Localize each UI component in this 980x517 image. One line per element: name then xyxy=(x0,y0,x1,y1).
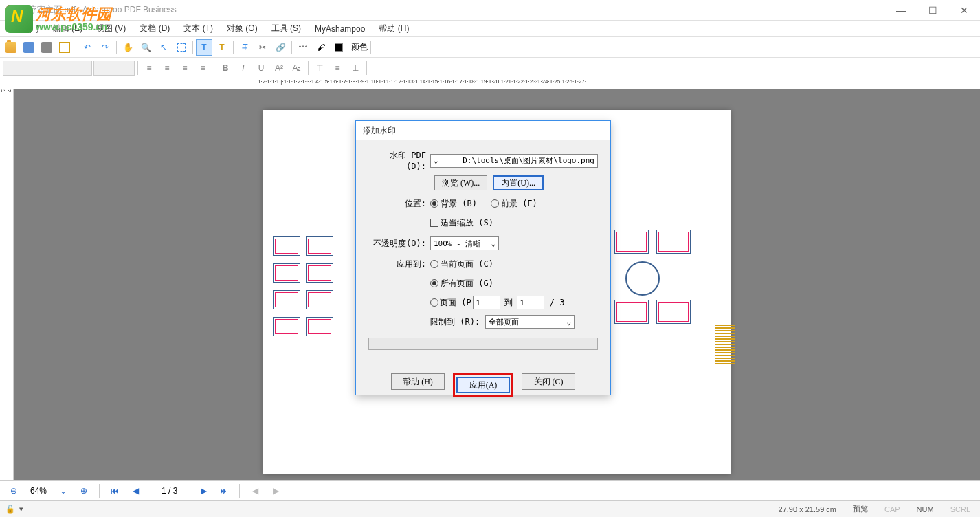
maximize-button[interactable]: ☐ xyxy=(917,0,948,21)
menu-view[interactable]: 视图 (V) xyxy=(92,21,130,36)
valign-middle-icon: ≡ xyxy=(335,63,339,73)
valign-bottom-icon: ⊥ xyxy=(352,63,359,73)
hand-tool-button[interactable]: ✋ xyxy=(120,39,136,56)
close-button[interactable]: ✕ xyxy=(948,0,980,21)
align-left-icon: ≡ xyxy=(146,63,151,73)
first-icon: ⏮ xyxy=(111,486,119,496)
undo-button[interactable]: ↶ xyxy=(79,39,96,56)
textbox-tool-button[interactable]: T xyxy=(214,39,230,56)
apply-button[interactable]: 应用(A) xyxy=(456,377,510,393)
menu-myashampoo[interactable]: MyAshampoo xyxy=(311,23,369,35)
zoom-in-button[interactable]: ⊕ xyxy=(76,483,92,499)
separator xyxy=(291,41,292,54)
crop-button[interactable]: ✂ xyxy=(254,39,271,56)
last-page-button[interactable]: ⏭ xyxy=(216,483,232,499)
menu-text[interactable]: 文本 (T) xyxy=(179,21,217,36)
close-dialog-button[interactable]: 关闭 (C) xyxy=(522,373,575,390)
page-total-label: / 3 xyxy=(550,298,565,307)
navigation-bar: ⊖ 64% ⌄ ⊕ ⏮ ◀ 1 / 3 ▶ ⏭ ◀ ▶ xyxy=(0,480,980,500)
brush-button[interactable]: 🖌 xyxy=(313,39,329,56)
next-page-button[interactable]: ▶ xyxy=(195,483,212,499)
print-icon xyxy=(41,42,52,53)
font-size-select[interactable] xyxy=(93,60,135,76)
pointer-tool-button[interactable]: ↖ xyxy=(155,39,172,56)
text-icon: T xyxy=(201,43,206,52)
chevron-down-icon: ⌄ xyxy=(434,156,438,165)
zoom-dropdown-button[interactable]: ⌄ xyxy=(55,483,71,499)
valign-bottom-button[interactable]: ⊥ xyxy=(347,60,364,76)
menu-file[interactable]: 文件 (F) xyxy=(5,21,43,36)
chevron-down-icon: ⌄ xyxy=(491,239,495,248)
position-foreground-radio[interactable]: 前景 (F) xyxy=(491,198,537,210)
color-swatch-icon xyxy=(335,43,343,52)
menu-object[interactable]: 对象 (O) xyxy=(223,21,262,36)
apply-current-radio[interactable]: 当前页面 (C) xyxy=(430,258,493,270)
underline-button[interactable]: U xyxy=(253,60,269,76)
valign-middle-button[interactable]: ≡ xyxy=(329,60,346,76)
nav-back-button[interactable]: ◀ xyxy=(247,483,263,499)
color-button[interactable] xyxy=(331,39,347,56)
open-button[interactable] xyxy=(3,39,19,56)
dialog-title: 添加水印 xyxy=(356,121,610,140)
minimize-button[interactable]: — xyxy=(885,0,917,21)
status-dropdown[interactable]: ▾ xyxy=(19,505,23,514)
strikethrough-button[interactable]: T̶ xyxy=(236,39,253,56)
bold-button[interactable]: B xyxy=(217,60,234,76)
restrict-label: 限制到 (R): xyxy=(430,316,480,328)
help-button[interactable]: 帮助 (H) xyxy=(391,373,445,390)
watermark-path-field[interactable]: ⌄ D:\tools\桌面\图片素材\logo.png xyxy=(430,154,598,168)
separator xyxy=(239,484,240,498)
align-justify-button[interactable]: ≡ xyxy=(194,60,211,76)
link-icon: 🔗 xyxy=(276,43,286,52)
position-label: 位置: xyxy=(368,198,430,210)
menubar: 文件 (F) 编辑 (E) 视图 (V) 文档 (D) 文本 (T) 对象 (O… xyxy=(0,21,980,37)
zoom-out-button[interactable]: ⊖ xyxy=(5,483,22,499)
separator xyxy=(137,61,138,75)
page-to-input[interactable] xyxy=(517,296,544,309)
nav-forward-button[interactable]: ▶ xyxy=(267,483,284,499)
restrict-select[interactable]: 全部页面 ⌄ xyxy=(485,315,575,329)
builtin-button[interactable]: 内置(U)... xyxy=(493,175,544,190)
link-button[interactable]: 🔗 xyxy=(272,39,289,56)
save-button[interactable] xyxy=(21,39,37,56)
prev-page-button[interactable]: ◀ xyxy=(127,483,144,499)
app-icon xyxy=(5,5,16,16)
subscript-icon: A₂ xyxy=(292,63,301,73)
zoom-tool-button[interactable]: 🔍 xyxy=(137,39,154,56)
scale-fit-checkbox[interactable]: 适当缩放 (S) xyxy=(430,217,493,229)
apply-all-radio[interactable]: 所有页面 (G) xyxy=(430,278,493,289)
menu-document[interactable]: 文档 (D) xyxy=(135,21,174,36)
underline-icon: U xyxy=(258,63,265,73)
magnifier-icon: 🔍 xyxy=(141,43,151,52)
superscript-button[interactable]: A² xyxy=(271,60,287,76)
menu-edit[interactable]: 编辑 (E) xyxy=(49,21,87,36)
wave-button[interactable]: 〰 xyxy=(295,39,311,56)
italic-button[interactable]: I xyxy=(235,60,252,76)
radio-icon xyxy=(430,199,438,208)
page-from-input[interactable] xyxy=(473,296,500,309)
valign-top-button[interactable]: ⊤ xyxy=(311,60,328,76)
strikethrough-icon: T̶ xyxy=(243,43,247,52)
menu-tools[interactable]: 工具 (S) xyxy=(267,21,305,36)
align-left-button[interactable]: ≡ xyxy=(141,60,157,76)
text-tool-button[interactable]: T xyxy=(196,39,212,56)
align-right-button[interactable]: ≡ xyxy=(177,60,193,76)
preview-mode[interactable]: 预览 xyxy=(849,504,872,514)
color-label: 颜色 xyxy=(351,41,368,53)
redo-button[interactable]: ↷ xyxy=(97,39,113,56)
position-background-radio[interactable]: 背景 (B) xyxy=(430,198,477,210)
add-watermark-dialog: 添加水印 水印 PDF (D): ⌄ D:\tools\桌面\图片素材\logo… xyxy=(355,120,611,395)
print-button[interactable] xyxy=(38,39,55,56)
subscript-button[interactable]: A₂ xyxy=(289,60,305,76)
mail-button[interactable] xyxy=(56,39,73,56)
first-page-button[interactable]: ⏮ xyxy=(107,483,123,499)
menu-help[interactable]: 帮助 (H) xyxy=(375,21,413,36)
opacity-select[interactable]: 100% - 清晰 ⌄ xyxy=(430,236,499,250)
browse-button[interactable]: 浏览 (W)... xyxy=(434,175,487,190)
window-titlebar: 医疗室立面.pdf - Ashampoo PDF Business — ☐ ✕ xyxy=(0,0,980,21)
align-right-icon: ≡ xyxy=(182,63,187,73)
align-center-button[interactable]: ≡ xyxy=(159,60,175,76)
font-family-select[interactable] xyxy=(3,60,92,76)
select-tool-button[interactable] xyxy=(173,39,190,56)
apply-pages-radio[interactable]: 页面 (P 到 / 3 xyxy=(430,296,564,309)
